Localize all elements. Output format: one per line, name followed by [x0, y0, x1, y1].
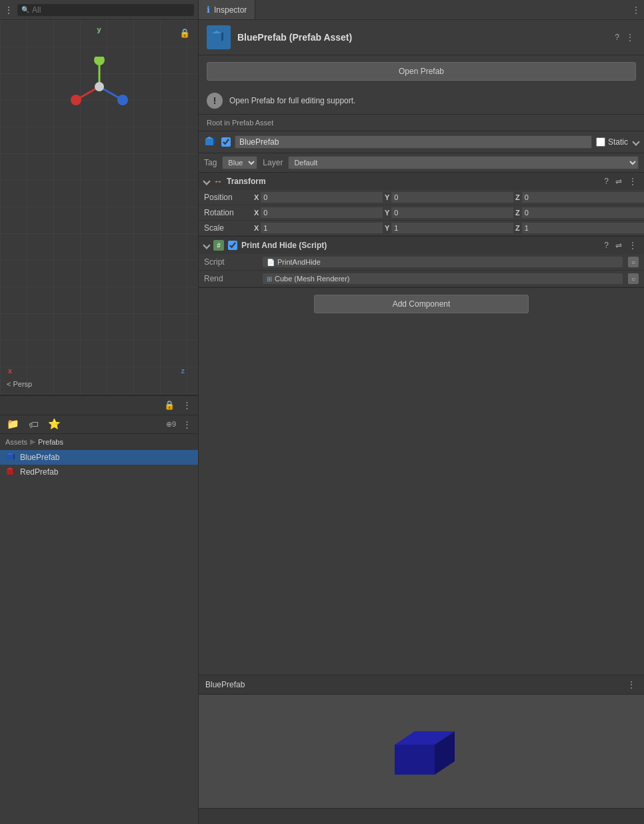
x-axis: X [252, 193, 261, 201]
preview-title: BluePrefab [205, 680, 625, 689]
rotation-label: Rotation [199, 205, 252, 221]
transform-align-btn[interactable]: ⇌ [613, 176, 624, 187]
ry-axis: Y [383, 209, 391, 217]
scale-z-input[interactable] [522, 223, 644, 233]
list-item[interactable]: RedPrefab [0, 465, 198, 479]
inspector-header: BluePrefab (Prefab Asset) ? ⋮ [199, 20, 644, 55]
script-align-btn[interactable]: ⇌ [613, 240, 624, 251]
rend-picker-btn[interactable]: ○ [628, 273, 639, 284]
asset-star-btn[interactable]: ⭐ [45, 417, 63, 431]
transform-icon: ↔ [213, 176, 223, 187]
inspector-menu-btn[interactable]: ⋮ [624, 32, 636, 43]
position-x-input[interactable] [261, 192, 383, 203]
breadcrumb-folder[interactable]: Prefabs [38, 438, 63, 446]
inspector-tab-icon: ℹ [207, 5, 210, 15]
svg-marker-19 [395, 745, 435, 775]
preview-body [199, 695, 644, 808]
rotation-x-input[interactable] [261, 207, 383, 218]
transform-component: ↔ Transform ? ⇌ ⋮ Position X Y Z [199, 173, 644, 237]
tag-label: Tag [204, 158, 217, 167]
list-item[interactable]: BluePrefab [0, 450, 198, 465]
prefab-icon [207, 25, 231, 49]
scale-z-cell: Z [513, 221, 644, 236]
position-y-cell: Y [383, 190, 513, 205]
script-field-label: Script [204, 257, 257, 267]
right-panel: ℹ Inspector ⋮ BluePrefab (Prefab Asset) … [199, 0, 644, 824]
script-picker-btn[interactable]: ○ [628, 257, 639, 267]
add-component-button[interactable]: Add Component [314, 295, 529, 313]
script-component: # Print And Hide (Script) ? ⇌ ⋮ Script 📄… [199, 237, 644, 288]
y-axis-label: y [97, 25, 101, 33]
sy-axis: Y [383, 224, 391, 232]
search-input[interactable] [32, 5, 190, 15]
warning-icon: ! [207, 93, 223, 109]
search-icon: 🔍 [21, 6, 29, 13]
asset-count: ⊕9 [166, 420, 176, 429]
svg-marker-8 [7, 453, 13, 455]
inspector-help-btn[interactable]: ? [613, 32, 621, 43]
breadcrumb: Assets ▶ Prefabs [0, 434, 198, 450]
warning-bar: ! Open Prefab for full editing support. [199, 87, 644, 115]
layer-dropdown[interactable]: Default [288, 156, 639, 169]
position-z-input[interactable] [522, 192, 644, 203]
object-icon [204, 135, 217, 149]
scale-x-input[interactable] [261, 223, 383, 233]
object-active-checkbox[interactable] [221, 137, 231, 147]
sz-axis: Z [513, 224, 522, 232]
rend-field-value: ⊞ Cube (Mesh Renderer) [263, 273, 623, 284]
transform-help-btn[interactable]: ? [602, 176, 611, 187]
script-icon: # [213, 240, 224, 251]
x-axis-label: x [8, 367, 12, 375]
svg-point-5 [117, 95, 128, 105]
position-y-input[interactable] [391, 192, 513, 203]
svg-marker-17 [205, 137, 213, 139]
static-dropdown-icon[interactable] [632, 138, 639, 145]
tab-dots[interactable]: ⋮ [632, 5, 644, 15]
object-name-field[interactable] [235, 135, 592, 149]
static-checkbox[interactable] [596, 137, 605, 147]
sx-axis: X [252, 224, 261, 232]
rotation-y-cell: Y [383, 205, 513, 221]
script-enabled-checkbox[interactable] [228, 241, 237, 250]
tag-dropdown[interactable]: Blue [222, 156, 257, 169]
script-menu-btn[interactable]: ⋮ [627, 240, 639, 251]
asset-folder-btn[interactable]: 📁 [4, 417, 22, 431]
inspector-spacer [199, 320, 644, 675]
lock-scene-btn[interactable]: 🔒 [161, 399, 177, 411]
rotation-z-input[interactable] [522, 207, 644, 218]
transform-menu-btn[interactable]: ⋮ [627, 176, 639, 187]
open-prefab-button[interactable]: Open Prefab [207, 62, 636, 81]
script-file-name: PrintAndHide [277, 258, 321, 266]
script-header[interactable]: # Print And Hide (Script) ? ⇌ ⋮ [199, 237, 644, 254]
inspector-tab[interactable]: ℹ Inspector [199, 0, 255, 19]
rz-axis: Z [513, 209, 522, 217]
script-help-btn[interactable]: ? [602, 240, 611, 251]
open-prefab-section: Open Prefab [199, 55, 644, 87]
cube-preview-svg [381, 711, 461, 791]
scale-y-input[interactable] [391, 223, 513, 233]
dots-icon[interactable]: ⋮ [4, 5, 13, 15]
persp-label: < Persp [7, 380, 32, 388]
scene-dots-btn[interactable]: ⋮ [180, 399, 194, 411]
asset-tag-btn[interactable]: 🏷 [26, 417, 41, 431]
layer-label: Layer [263, 158, 283, 167]
left-panel: ⋮ 🔍 🔒 y x z [0, 0, 199, 824]
rotation-y-input[interactable] [391, 207, 513, 218]
transform-title: Transform [227, 177, 598, 186]
scale-y-cell: Y [383, 221, 513, 236]
mesh-icon: ⊞ [267, 275, 272, 283]
object-header: Static [199, 131, 644, 153]
transform-grid: Position X Y Z Rotation X Y [199, 190, 644, 236]
transform-header[interactable]: ↔ Transform ? ⇌ ⋮ [199, 173, 644, 190]
script-title: Print And Hide (Script) [241, 241, 598, 250]
preview-menu-btn[interactable]: ⋮ [625, 679, 637, 690]
asset-name: RedPrefab [20, 467, 58, 477]
svg-marker-15 [221, 32, 223, 41]
asset-list: BluePrefab RedPrefab [0, 450, 198, 825]
scale-label: Scale [199, 221, 252, 236]
rend-file-name: Cube (Mesh Renderer) [275, 275, 350, 283]
static-toggle[interactable]: Static [596, 137, 639, 147]
position-z-cell: Z [513, 190, 644, 205]
breadcrumb-root[interactable]: Assets [5, 438, 27, 446]
asset-more-btn[interactable]: ⋮ [180, 418, 194, 431]
